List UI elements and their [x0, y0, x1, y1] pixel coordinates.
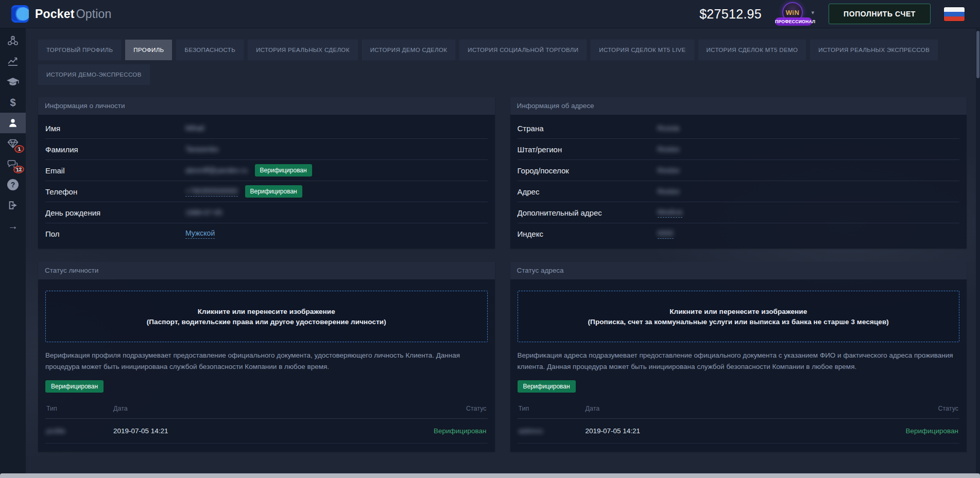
verification-description: Верификация адреса подразумевает предост…	[518, 350, 960, 372]
sidebar-item-profile[interactable]	[0, 113, 26, 133]
dropzone-title: Кликните или перенесите изображение	[198, 308, 335, 315]
field-row-city: Город/поселок Rostov	[518, 160, 960, 181]
editable-value[interactable]: 0000	[658, 229, 674, 239]
vertical-scrollbar[interactable]	[976, 29, 980, 473]
deposit-button[interactable]: ПОПОЛНИТЬ СЧЕТ	[829, 4, 931, 24]
gender-edit-link[interactable]: Мужской	[185, 229, 215, 239]
field-row-first-name: Имя Mihail	[45, 118, 488, 139]
tab-trading-profile[interactable]: ТОРГОВЫЙ ПРОФИЛЬ	[38, 40, 121, 60]
win-badge-text: WiN	[786, 9, 800, 16]
main-content: ТОРГОВЫЙ ПРОФИЛЬ ПРОФИЛЬ БЕЗОПАСНОСТЬ ИС…	[26, 28, 980, 478]
dropzone-hint: (Паспорт, водительские права или другое …	[147, 318, 386, 326]
verification-status: Верифицирован	[886, 427, 958, 435]
profile-tabs-row-2: ИСТОРИЯ ДЕМО-ЭКСПРЕССОВ	[38, 64, 967, 85]
field-row-zip: Индекс 0000	[518, 223, 960, 244]
verification-description: Верификация профиля подразумевает предос…	[45, 350, 488, 372]
editable-value[interactable]: Moskva	[658, 208, 682, 218]
panel-title: Информация об адресе	[510, 97, 967, 115]
language-flag-ru-icon[interactable]	[944, 7, 965, 21]
tab-security[interactable]: БЕЗОПАСНОСТЬ	[176, 40, 244, 60]
redacted-value: Mihail	[185, 124, 204, 132]
top-header: PocketOption $27512.95 WiN ▾ ПРОФЕССИОНА…	[0, 0, 980, 28]
status-badge: Верифицирован	[518, 380, 576, 393]
sidebar-item-tournaments[interactable]: $	[0, 30, 26, 51]
tab-real-trades-history[interactable]: ИСТОРИЯ РЕАЛЬНЫХ СДЕЛОК	[248, 40, 358, 60]
horizontal-scrollbar[interactable]	[0, 473, 980, 478]
account-level-badge[interactable]: WiN ▾ ПРОФЕССИОНАЛ	[775, 2, 815, 26]
tab-mt5-live-history[interactable]: ИСТОРИЯ СДЕЛОК MT5 LIVE	[591, 40, 694, 60]
tab-profile[interactable]: ПРОФИЛЬ	[125, 40, 172, 60]
redacted-value: +790355500000	[185, 187, 238, 195]
brand-logo[interactable]: PocketOption	[11, 5, 112, 23]
brand-name: PocketOption	[35, 7, 112, 21]
dollar-icon: $	[10, 97, 15, 108]
tab-demo-trades-history[interactable]: ИСТОРИЯ ДЕМО СДЕЛОК	[362, 40, 456, 60]
redacted-value: Rostov	[658, 145, 680, 153]
identity-upload-dropzone[interactable]: Кликните или перенесите изображение (Пас…	[45, 291, 488, 342]
verification-status: Верифицирован	[415, 427, 487, 435]
field-row-email: Email alexmff@yandex.ru Верифицирован	[45, 160, 488, 181]
person-icon	[7, 117, 19, 129]
verification-table: Тип Дата Статус address 2019-07-05 14:21…	[518, 401, 960, 444]
question-icon: ?	[7, 179, 19, 190]
field-row-region: Штат/регион Rostov	[518, 139, 960, 160]
redacted-value: profile	[46, 427, 65, 435]
redacted-value: Russia	[658, 124, 680, 132]
redacted-value: 1988-07-05	[185, 208, 222, 217]
table-row: profile 2019-07-05 14:21 Верифицирован	[45, 419, 488, 444]
notification-badge: 12	[13, 165, 25, 174]
chevron-down-icon[interactable]: ▾	[812, 9, 815, 16]
field-row-phone: Телефон +790355500000 Верифицирован	[45, 181, 488, 202]
field-row-birthday: День рождения 1988-07-05	[45, 202, 488, 223]
sidebar-item-achievements[interactable]: 1	[0, 133, 26, 154]
logout-icon	[7, 200, 19, 211]
sidebar-item-trading[interactable]	[0, 51, 26, 72]
graduation-cap-icon	[6, 76, 20, 88]
tab-social-trading-history[interactable]: ИСТОРИЯ СОЦИАЛЬНОЙ ТОРГОВЛИ	[459, 40, 587, 60]
table-header: Тип Дата Статус	[45, 401, 488, 419]
verification-date: 2019-07-05 14:21	[113, 427, 415, 435]
sidebar: $ $	[0, 28, 26, 478]
notification-badge: 1	[14, 145, 24, 153]
field-row-last-name: Фамилия Tarasenko	[45, 139, 488, 160]
sidebar-item-logout[interactable]	[0, 195, 26, 216]
redacted-value: Moskva	[658, 208, 682, 216]
redacted-value: 0000	[658, 229, 674, 237]
sidebar-item-support-chat[interactable]: 12	[0, 154, 26, 174]
verification-date: 2019-07-05 14:21	[586, 427, 887, 435]
tab-real-express-history[interactable]: ИСТОРИЯ РЕАЛЬНЫХ ЭКСПРЕССОВ	[810, 40, 938, 60]
panel-address-info: Информация об адресе Страна Russia Штат/…	[510, 97, 967, 249]
sidebar-item-collapse[interactable]: →	[0, 216, 26, 236]
account-balance[interactable]: $27512.95	[699, 7, 762, 22]
sidebar-item-education[interactable]	[0, 72, 26, 92]
redacted-value: Rostov	[658, 187, 680, 196]
redacted-value: Tarasenko	[185, 145, 219, 153]
status-badge: Верифицирован	[45, 380, 104, 393]
chart-icon	[7, 55, 19, 67]
editable-value[interactable]: +790355500000	[185, 187, 238, 197]
panel-personal-info: Информация о личности Имя Mihail Фамилия…	[38, 97, 495, 249]
redacted-value: Rostov	[658, 166, 680, 174]
sidebar-item-help[interactable]: ?	[0, 174, 26, 195]
brand-name-bold: Pocket	[35, 7, 75, 21]
tab-demo-express-history[interactable]: ИСТОРИЯ ДЕМО-ЭКСПРЕССОВ	[38, 64, 150, 85]
field-row-address: Адрес Rostov	[518, 181, 960, 202]
panel-address-status: Статус адреса Кликните или перенесите из…	[510, 262, 967, 452]
verified-badge: Верифицирован	[245, 185, 302, 198]
pocket-option-logo-icon	[11, 5, 29, 23]
panel-personal-status: Статус личности Кликните или перенесите …	[38, 262, 495, 452]
address-upload-dropzone[interactable]: Кликните или перенесите изображение (Про…	[518, 291, 960, 342]
vertical-scrollbar-thumb[interactable]	[976, 31, 979, 78]
tab-mt5-demo-history[interactable]: ИСТОРИЯ СДЕЛОК MT5 DEMO	[698, 40, 806, 60]
dropzone-title: Кликните или перенесите изображение	[669, 308, 807, 315]
redacted-value: alexmff@yandex.ru	[185, 166, 248, 174]
dropzone-hint: (Прописка, счет за коммунальные услуги и…	[588, 318, 889, 326]
verification-table: Тип Дата Статус profile 2019-07-05 14:21…	[45, 401, 488, 444]
table-row: address 2019-07-05 14:21 Верифицирован	[518, 419, 960, 444]
header-right: $27512.95 WiN ▾ ПРОФЕССИОНАЛ ПОПОЛНИТЬ С…	[699, 2, 965, 26]
panel-title: Информация о личности	[38, 97, 495, 115]
brand-name-light: Option	[76, 7, 112, 21]
sidebar-item-finance[interactable]: $	[0, 92, 26, 113]
profile-tabs-row-1: ТОРГОВЫЙ ПРОФИЛЬ ПРОФИЛЬ БЕЗОПАСНОСТЬ ИС…	[38, 40, 967, 60]
panel-title: Статус адреса	[510, 262, 967, 279]
